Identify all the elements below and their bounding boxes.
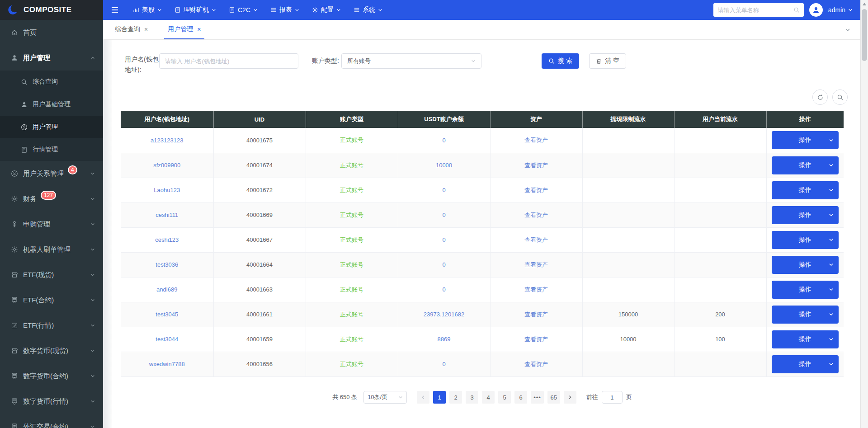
username-link[interactable]: wxedwin7788 xyxy=(149,361,185,367)
hamburger-icon[interactable] xyxy=(103,0,127,20)
row-action-button[interactable]: 操作 xyxy=(772,256,839,274)
tab-combined-query[interactable]: 综合查询× xyxy=(114,25,149,39)
sidebar-item-finance[interactable]: 财务127 xyxy=(0,186,103,212)
user-menu[interactable]: admin xyxy=(828,6,853,14)
username-link[interactable]: ceshi111 xyxy=(156,212,178,218)
username-link[interactable]: test3045 xyxy=(156,311,178,318)
row-action-button[interactable]: 操作 xyxy=(772,355,839,373)
view-assets-link[interactable]: 查看资产 xyxy=(524,212,548,218)
prev-page-button[interactable] xyxy=(417,391,429,404)
search-button[interactable]: 搜 索 xyxy=(542,53,579,69)
column-search-button[interactable] xyxy=(832,89,848,105)
sidebar-item-home[interactable]: 首页 xyxy=(0,20,103,45)
tab-user-management[interactable]: 用户管理× xyxy=(167,25,202,39)
usdt-balance-link[interactable]: 0 xyxy=(442,361,445,367)
pager-page-button[interactable]: 1 xyxy=(433,391,446,404)
scrollbar-thumb[interactable] xyxy=(862,9,867,61)
sidebar-item-crypto-market[interactable]: 数字货币(行情) xyxy=(0,389,103,414)
sidebar-item-crypto-contract[interactable]: 数字货币(合约) xyxy=(0,363,103,389)
sidebar-item-user-basic-management[interactable]: 用户基础管理 xyxy=(0,93,103,116)
pager-page-button[interactable]: 3 xyxy=(466,391,478,404)
view-assets-link[interactable]: 查看资产 xyxy=(524,136,548,143)
usdt-balance-link[interactable]: 0 xyxy=(442,286,445,293)
sidebar-item-user-management[interactable]: 用户管理 xyxy=(0,45,103,71)
sidebar-item-combined-query[interactable]: 综合查询 xyxy=(0,71,103,93)
username-link[interactable]: test3036 xyxy=(156,261,178,268)
view-assets-link[interactable]: 查看资产 xyxy=(524,261,548,268)
view-assets-link[interactable]: 查看资产 xyxy=(524,336,548,343)
username-link[interactable]: test3044 xyxy=(156,336,178,343)
view-assets-link[interactable]: 查看资产 xyxy=(524,286,548,293)
view-assets-link[interactable]: 查看资产 xyxy=(524,162,548,169)
sidebar-item-etf-market[interactable]: ETF(行情) xyxy=(0,313,103,338)
usdt-balance-link[interactable]: 23973.1201682 xyxy=(424,311,464,318)
row-action-button[interactable]: 操作 xyxy=(772,281,839,299)
row-action-button[interactable]: 操作 xyxy=(772,181,839,199)
view-assets-link[interactable]: 查看资产 xyxy=(524,361,548,367)
pager-more-button[interactable]: ••• xyxy=(531,391,544,404)
sidebar-item-crypto-spot[interactable]: 数字货币(现货) xyxy=(0,338,103,363)
nav-menu-c2c[interactable]: C2C xyxy=(222,0,264,20)
account-type-select[interactable]: 所有账号 xyxy=(341,53,481,69)
usdt-balance-link[interactable]: 0 xyxy=(442,212,445,218)
username-link[interactable]: andi689 xyxy=(156,286,177,293)
app-window: COMPOSITE 美股理财矿机C2C报表配置系统 admin xyxy=(0,0,868,428)
usdt-balance-link[interactable]: 10000 xyxy=(436,162,452,169)
username-link[interactable]: Laohu123 xyxy=(154,187,180,193)
close-icon[interactable]: × xyxy=(197,26,201,33)
sidebar-item-subscription-management[interactable]: 申购管理 xyxy=(0,212,103,237)
nav-menu-system[interactable]: 系统 xyxy=(347,0,389,20)
refresh-button[interactable] xyxy=(812,89,828,105)
usdt-balance-link[interactable]: 0 xyxy=(442,187,445,193)
row-action-button[interactable]: 操作 xyxy=(772,131,839,149)
menu-search-input[interactable] xyxy=(713,7,793,14)
page-size-select[interactable]: 10条/页 xyxy=(363,391,407,404)
sidebar-item-label: 用户管理 xyxy=(33,123,58,131)
row-action-button[interactable]: 操作 xyxy=(772,306,839,324)
sidebar-item-user-relation-management[interactable]: 用户关系管理4 xyxy=(0,161,103,186)
username-filter-input[interactable] xyxy=(160,58,298,65)
row-action-button[interactable]: 操作 xyxy=(772,231,839,249)
pager-page-button[interactable]: 2 xyxy=(449,391,462,404)
pager-page-button[interactable]: 6 xyxy=(514,391,527,404)
sidebar-item-etf-contract[interactable]: ETF(合约) xyxy=(0,287,103,313)
scroll-up-arrow-icon[interactable] xyxy=(863,3,866,5)
close-icon[interactable]: × xyxy=(144,26,148,33)
nav-menu-reports[interactable]: 报表 xyxy=(264,0,306,20)
usdt-balance-link[interactable]: 0 xyxy=(442,137,445,144)
tabs-dropdown-button[interactable] xyxy=(841,25,854,34)
row-action-button[interactable]: 操作 xyxy=(772,330,839,348)
sidebar-item-user-management-page[interactable]: 用户管理 xyxy=(0,116,103,138)
avatar[interactable] xyxy=(809,3,823,17)
username-link[interactable]: ceshi123 xyxy=(155,236,179,243)
sidebar-submenu-user-management: 综合查询用户基础管理用户管理行情管理 xyxy=(0,71,103,161)
usdt-balance-link[interactable]: 0 xyxy=(442,261,445,268)
pager-page-button[interactable]: 5 xyxy=(498,391,511,404)
sidebar-item-market-management[interactable]: 行情管理 xyxy=(0,138,103,161)
view-assets-link[interactable]: 查看资产 xyxy=(524,236,548,243)
row-action-button[interactable]: 操作 xyxy=(772,156,839,174)
next-page-button[interactable] xyxy=(564,391,576,404)
content-left-scrollbar[interactable] xyxy=(103,40,112,428)
goto-page-input[interactable] xyxy=(602,391,623,404)
row-action-button[interactable]: 操作 xyxy=(772,206,839,224)
search-icon[interactable] xyxy=(793,7,804,13)
nav-menu-wealth-mining[interactable]: 理财矿机 xyxy=(168,0,222,20)
view-assets-link[interactable]: 查看资产 xyxy=(524,311,548,318)
page-scrollbar[interactable] xyxy=(860,0,868,428)
shop-icon xyxy=(11,271,18,278)
sidebar-item-forex-contract[interactable]: 外汇交易(合约) xyxy=(0,414,103,428)
sidebar-item-etf-spot[interactable]: ETF(现货) xyxy=(0,262,103,287)
nav-menu-us-stocks[interactable]: 美股 xyxy=(127,0,168,20)
view-assets-link[interactable]: 查看资产 xyxy=(524,187,548,193)
nav-menu-config[interactable]: 配置 xyxy=(306,0,347,20)
clear-button[interactable]: 清 空 xyxy=(589,53,626,69)
pager-page-button[interactable]: 65 xyxy=(547,391,560,404)
usdt-balance-link[interactable]: 8869 xyxy=(438,336,451,343)
pager-page-button[interactable]: 4 xyxy=(482,391,495,404)
username-link[interactable]: sfz009900 xyxy=(153,162,180,169)
nav-menu-label: 配置 xyxy=(321,6,334,14)
usdt-balance-link[interactable]: 0 xyxy=(442,236,445,243)
username-link[interactable]: a123123123 xyxy=(151,137,183,144)
sidebar-item-robot-order-management[interactable]: 机器人刷单管理 xyxy=(0,237,103,262)
